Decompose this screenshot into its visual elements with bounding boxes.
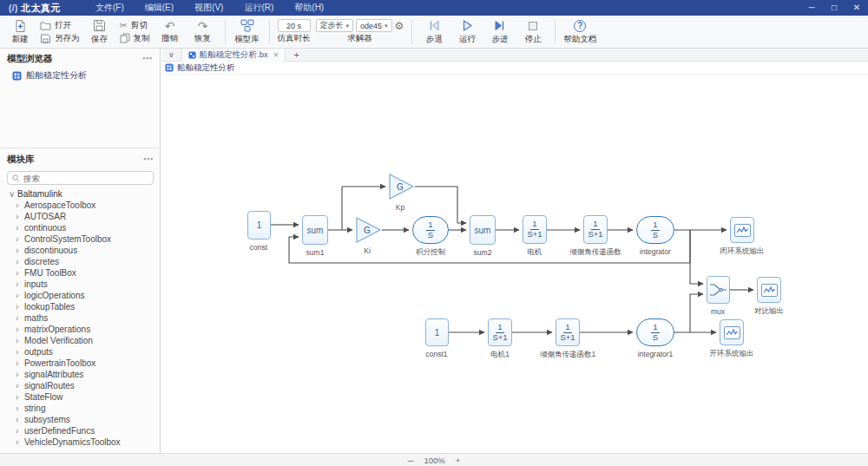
block-transfer-function[interactable]: 1 S+1 xyxy=(583,215,608,244)
chevron-right-icon: › xyxy=(16,415,21,424)
diagram-canvas[interactable]: 1 const sum sum1 G Ki G Kp 1 S 积分控制 sum … xyxy=(161,75,868,453)
block-label-integrator: integrator xyxy=(640,247,671,256)
chevron-right-icon: › xyxy=(16,200,21,210)
module-library-title: 模块库 xyxy=(7,154,35,166)
block-open-loop-scope[interactable] xyxy=(720,319,744,345)
solver-dropdown[interactable]: ode45 ▾ xyxy=(356,19,392,32)
block-label-closed-loop-scope: 闭环系统输出 xyxy=(720,246,765,257)
block-transfer-function1[interactable]: 1 S+1 xyxy=(556,318,580,346)
step-type-dropdown[interactable]: 定步长 ▾ xyxy=(316,19,354,32)
chevron-down-icon: ∨ xyxy=(9,189,14,199)
tree-item-discretes[interactable]: ›discretes xyxy=(0,256,161,267)
open-button[interactable]: 打开 xyxy=(40,20,80,31)
tree-item-discontinuous[interactable]: ›discontinuous xyxy=(0,245,161,256)
toolbar-separator xyxy=(269,20,270,44)
tree-item-outputs[interactable]: ›outputs xyxy=(0,346,161,358)
block-integrator1[interactable]: 1 S xyxy=(636,318,674,346)
wire xyxy=(690,294,703,332)
tab-active[interactable]: 船舶稳定性分析.bx ✕ xyxy=(181,49,286,62)
block-motor[interactable]: 1 S+1 xyxy=(523,215,547,244)
save-as-button[interactable]: 另存为 xyxy=(40,33,80,44)
chevron-right-icon: › xyxy=(16,246,21,255)
more-menu-icon[interactable]: ⋯ xyxy=(142,53,153,64)
tree-item-signalattributes[interactable]: ›signalAttributes xyxy=(0,369,161,380)
tree-item-inputs[interactable]: ›inputs xyxy=(0,279,161,290)
block-kp[interactable]: G xyxy=(389,174,415,200)
block-motor1[interactable]: 1 S+1 xyxy=(488,318,512,346)
tab-close-icon[interactable]: ✕ xyxy=(273,51,279,59)
menu-file[interactable]: 文件(F) xyxy=(85,0,135,16)
block-ki[interactable]: G xyxy=(356,217,382,243)
toolbar: 新建 打开 另存为 保存 ✂ 剪切 复制 ↶ 撤销 ↷ 恢复 xyxy=(0,16,868,49)
step-forward-button[interactable]: 步进 xyxy=(483,18,516,45)
block-closed-loop-scope[interactable] xyxy=(730,217,754,243)
app-name: 北太真元 xyxy=(21,2,61,15)
redo-button[interactable]: ↷ 恢复 xyxy=(187,20,220,44)
tree-item-fmu-toolbox[interactable]: ›FMU ToolBox xyxy=(0,267,161,279)
block-label-motor: 电机 xyxy=(528,247,542,258)
tree-item-matrixoperations[interactable]: ›matrixOperations xyxy=(0,324,161,335)
block-label-sum1: sum1 xyxy=(306,248,325,257)
tree-item-aerospacetoolbox[interactable]: ›AerospaceToolbox xyxy=(0,200,161,211)
chevron-right-icon: › xyxy=(16,358,21,368)
block-integrator[interactable]: 1 S xyxy=(636,216,674,244)
tree-item-lookuptables[interactable]: ›lookupTables xyxy=(0,301,161,312)
tree-item-userdefinedfuncs[interactable]: ›userDefinedFuncs xyxy=(0,425,161,436)
tree-item-controlsystemtoolbox[interactable]: ›ControlSystemToolbox xyxy=(0,233,161,245)
tree-root-baltamulink[interactable]: ∨ Baltamulink xyxy=(0,188,161,200)
model-library-button[interactable]: 模型库 xyxy=(231,18,264,45)
new-button[interactable]: 新建 xyxy=(3,18,36,45)
tree-item-logicoperations[interactable]: ›logicOperations xyxy=(0,290,161,301)
block-compare-scope[interactable] xyxy=(757,277,781,303)
tree-item-model-verification[interactable]: ›Model Verification xyxy=(0,335,161,346)
zoom-in-button[interactable]: + xyxy=(456,456,461,465)
stop-button[interactable]: 停止 xyxy=(516,18,549,45)
undo-button[interactable]: ↶ 撤销 xyxy=(154,20,187,44)
tree-item-signalroutes[interactable]: ›signalRoutes xyxy=(0,380,161,391)
tree-item-powertraintoolbox[interactable]: ›PowertrainToolbox xyxy=(0,358,161,369)
search-input[interactable] xyxy=(23,174,148,183)
help-icon: ? xyxy=(574,18,586,33)
new-tab-button[interactable]: + xyxy=(286,49,306,60)
model-browser-item[interactable]: 船舶稳定性分析 xyxy=(0,66,160,82)
menu-run[interactable]: 运行(R) xyxy=(233,0,284,16)
tree-item-subsystems[interactable]: ›subsystems xyxy=(0,414,161,425)
block-label-motor1: 电机1 xyxy=(490,350,510,360)
svg-text:G: G xyxy=(364,226,371,235)
block-const1[interactable]: 1 xyxy=(425,318,449,346)
block-const[interactable]: 1 xyxy=(247,211,271,240)
block-sum1[interactable]: sum xyxy=(302,215,328,245)
menu-edit[interactable]: 编辑(E) xyxy=(135,0,184,16)
menu-help[interactable]: 帮助(H) xyxy=(284,0,334,16)
toolbar-separator xyxy=(225,20,226,44)
zoom-out-button[interactable]: ─ xyxy=(408,456,414,465)
gear-icon[interactable]: ⚙ xyxy=(395,21,404,31)
tree-item-maths[interactable]: ›maths xyxy=(0,312,161,324)
cut-button[interactable]: ✂ 剪切 xyxy=(120,20,150,31)
sim-duration-input[interactable] xyxy=(278,19,311,32)
menu-view[interactable]: 视图(V) xyxy=(184,0,233,16)
close-button[interactable]: ✕ xyxy=(845,0,868,16)
minimize-button[interactable]: ─ xyxy=(800,0,823,16)
step-back-button[interactable]: 步退 xyxy=(418,18,450,45)
toolbar-separator xyxy=(411,20,412,44)
tree-item-vehicledynamicstoolbox[interactable]: ›VehicleDynamicsToolbox xyxy=(0,436,161,448)
tree-item-string[interactable]: ›string xyxy=(0,403,161,414)
tree-item-stateflow[interactable]: ›StateFlow xyxy=(0,391,161,403)
block-mux[interactable] xyxy=(707,276,730,304)
block-integral-control[interactable]: 1 S xyxy=(412,216,449,244)
copy-button[interactable]: 复制 xyxy=(120,33,150,44)
save-button[interactable]: 保存 xyxy=(83,18,116,45)
maximize-button[interactable]: □ xyxy=(823,0,845,16)
chevron-right-icon: › xyxy=(16,302,21,312)
run-button[interactable]: 运行 xyxy=(450,18,483,45)
model-icon xyxy=(12,71,22,81)
more-menu-icon[interactable]: ⋯ xyxy=(143,154,154,165)
help-docs-button[interactable]: ? 帮助文档 xyxy=(561,18,599,45)
tree-item-continuous[interactable]: ›continuous xyxy=(0,222,161,233)
undo-icon: ↶ xyxy=(165,20,175,32)
block-sum2[interactable]: sum xyxy=(470,215,496,245)
tab-bar: ∨ 船舶稳定性分析.bx ✕ + xyxy=(161,49,868,62)
tab-list-chevron-icon[interactable]: ∨ xyxy=(161,50,181,59)
tree-item-autosar[interactable]: ›AUTOSAR xyxy=(0,211,161,222)
